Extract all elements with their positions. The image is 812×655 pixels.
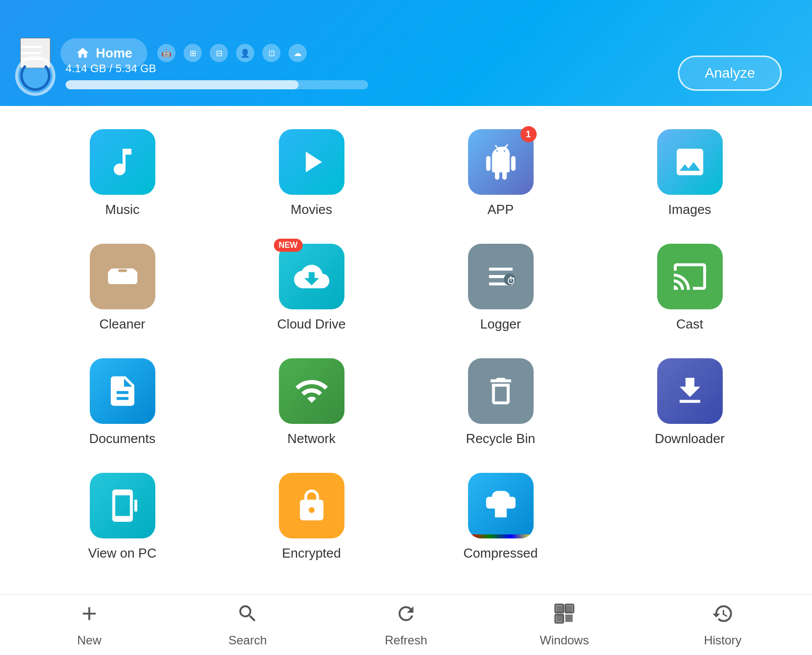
app-item-images[interactable]: Images [598,121,782,226]
app-item-recyclebin[interactable]: Recycle Bin [409,350,593,455]
svg-text:⏱: ⏱ [506,276,515,286]
analyze-button[interactable]: Analyze [678,56,782,91]
nav-item-search[interactable]: Search [168,603,327,647]
network-icon [294,373,329,409]
main-content: Music Movies 1 APP [0,106,812,594]
cast-icon [672,259,708,294]
app-icon-logger: ⏱ [468,244,534,309]
app-item-documents[interactable]: Documents [30,350,214,455]
android-icon [483,144,518,180]
viewonpc-icon [105,488,140,523]
cloud-icon [294,259,329,294]
app-item-compressed[interactable]: ≡ Compressed [409,465,593,569]
app-item-cleaner[interactable]: Cleaner [30,236,214,340]
app-icon-cast [657,244,723,309]
app-item-network[interactable]: Network [219,350,403,455]
storage-text: 4.14 GB / 5.34 GB [66,62,368,75]
nav-item-new[interactable]: New [10,603,168,647]
plus-icon [78,603,100,629]
header: Home 🤖 ⊞ ⊟ 👤 ⊡ ☁ 4.14 GB / 5.34 GB Analy… [0,0,812,106]
history-icon [712,603,734,629]
app-item-downloader[interactable]: Downloader [598,350,782,455]
app-icon-downloader [657,358,723,424]
downloader-icon [672,373,708,409]
recyclebin-icon [483,373,518,409]
app-icon-app: 1 [468,129,534,195]
nav-search-label: Search [228,633,267,647]
nav-windows-label: Windows [540,633,589,647]
app-icon-viewonpc [90,473,155,538]
app-item-encrypted[interactable]: Encrypted [219,465,403,569]
nav-item-history[interactable]: History [644,603,802,647]
nav-new-label: New [77,633,101,647]
nav-item-windows[interactable]: Windows [485,603,644,647]
app-icon-movies [279,129,344,195]
storage-circle [15,56,55,96]
nav-item-refresh[interactable]: Refresh [327,603,485,647]
documents-icon [105,373,140,409]
app-item-music[interactable]: Music [30,121,214,226]
search-icon [237,603,259,629]
app-item-logger[interactable]: ⏱ Logger [409,236,593,340]
app-icon-music [90,129,155,195]
storage-bar-fill [66,80,299,89]
app-icon-images [657,129,723,195]
nav-history-label: History [704,633,742,647]
app-label-clouddrive: Cloud Drive [277,316,346,332]
music-icon [105,144,140,180]
app-icon-encrypted [279,473,344,538]
app-label-downloader: Downloader [655,431,725,447]
app-label-cast: Cast [676,316,703,332]
nav-refresh-label: Refresh [385,633,427,647]
app-label-app: APP [487,202,513,217]
app-label-cleaner: Cleaner [99,316,145,332]
storage-bar [66,80,368,89]
app-item-viewonpc[interactable]: View on PC [30,465,214,569]
images-icon [672,144,708,180]
app-grid: Music Movies 1 APP [30,121,782,569]
clouddrive-badge: NEW [274,239,303,252]
hamburger-line [21,46,41,48]
app-icon-network [279,358,344,424]
storage-section: 4.14 GB / 5.34 GB [15,56,368,96]
app-icon-documents [90,358,155,424]
app-label-encrypted: Encrypted [282,545,341,561]
app-label-viewonpc: View on PC [88,545,156,561]
encrypted-icon [294,488,329,523]
app-icon-clouddrive: NEW [279,244,344,309]
movies-icon [294,144,329,180]
app-item-cast[interactable]: Cast [598,236,782,340]
app-label-recyclebin: Recycle Bin [466,431,535,447]
app-item-app[interactable]: 1 APP [409,121,593,226]
app-label-images: Images [668,202,711,217]
app-label-compressed: Compressed [463,545,538,561]
app-badge: 1 [520,126,537,142]
storage-ring [20,61,50,91]
app-label-movies: Movies [291,202,332,217]
bottom-nav: New Search Refresh Windows [0,594,812,655]
hamburger-line [21,52,41,54]
app-item-clouddrive[interactable]: NEW Cloud Drive [219,236,403,340]
storage-bar-container: 4.14 GB / 5.34 GB [66,62,368,89]
app-label-documents: Documents [89,431,156,447]
logger-icon: ⏱ [483,259,518,294]
app-item-movies[interactable]: Movies [219,121,403,226]
app-label-music: Music [105,202,140,217]
app-label-network: Network [287,431,335,447]
refresh-icon [395,603,417,629]
app-icon-compressed: ≡ [468,473,534,538]
app-icon-cleaner [90,244,155,309]
app-label-logger: Logger [480,316,521,332]
app-icon-recyclebin [468,358,534,424]
windows-icon [553,603,575,629]
cleaner-icon [105,259,140,294]
